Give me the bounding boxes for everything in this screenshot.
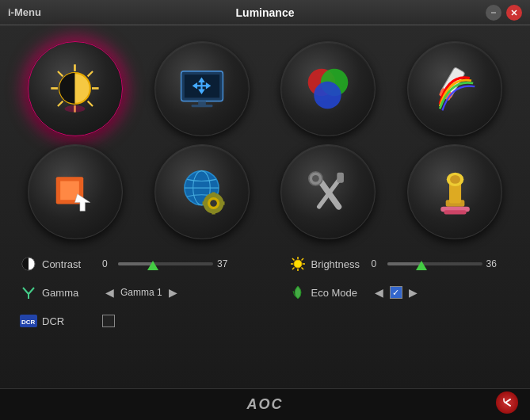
brightness-control: Brightness 0 36 [289,255,511,273]
gamma-value: Gamma 1 [120,287,162,298]
display-icon-btn[interactable] [154,41,250,136]
svg-point-55 [294,260,302,268]
svg-point-38 [210,200,217,207]
gamma-prev-button[interactable]: ◀ [102,284,117,300]
svg-rect-40 [212,210,215,214]
close-button[interactable] [506,5,522,21]
brightness-thumb [416,261,427,270]
dcr-control: DCR DCR [20,312,510,330]
eco-mode-nav: ◀ ✓ ▶ [372,284,421,300]
svg-text:DCR: DCR [21,319,36,326]
controls-row-3: DCR DCR [20,312,510,330]
brightness-label: Brightness [311,258,367,270]
extra-icon-btn[interactable] [407,144,502,239]
svg-line-11 [87,101,92,106]
contrast-value: 37 [217,258,229,269]
gamma-control: Gamma ◀ Gamma 1 ▶ [20,284,242,301]
svg-line-60 [292,258,295,261]
eco-mode-label: Eco Mode [311,287,367,299]
svg-line-62 [301,258,303,261]
svg-line-63 [292,268,295,270]
contrast-slider-container: 0 37 [102,258,229,269]
eco-mode-checkbox[interactable]: ✓ [390,286,402,299]
internet-icon-btn[interactable] [154,144,250,239]
brightness-value: 36 [486,258,498,269]
contrast-control: Contrast 0 37 [20,255,242,273]
svg-line-61 [301,268,303,270]
gamma-icon [20,284,37,301]
brightness-slider-container: 0 36 [372,258,498,269]
svg-line-10 [58,71,63,76]
icons-grid [16,41,514,239]
contrast-slider[interactable] [118,262,213,265]
svg-point-51 [450,175,460,184]
main-content: Contrast 0 37 [0,25,530,388]
color-icon-btn[interactable] [280,41,376,136]
luminance-icon-btn[interactable] [28,41,123,136]
dcr-label: DCR [42,315,97,327]
svg-line-13 [58,101,63,106]
eco-prev-button[interactable]: ◀ [372,284,387,300]
contrast-thumb [147,261,158,270]
controls-section: Contrast 0 37 [16,255,514,336]
svg-rect-41 [202,201,206,204]
aoc-logo: AOC [247,396,284,413]
contrast-min: 0 [102,258,114,269]
app-name: i-Menu [8,6,41,18]
footer: AOC [0,388,530,420]
svg-point-14 [64,105,85,113]
svg-point-45 [312,175,319,182]
dcr-icon: DCR [20,312,37,330]
svg-rect-42 [220,201,224,204]
dcr-checkbox[interactable] [102,315,115,327]
split-window-icon-btn[interactable] [28,144,123,239]
title-bar: i-Menu Luminance [0,0,530,25]
sharpness-icon-btn[interactable] [407,41,502,136]
svg-point-27 [315,82,341,109]
gamma-next-button[interactable]: ▶ [166,284,181,300]
gamma-label: Gamma [42,287,97,299]
svg-line-12 [87,71,92,76]
brightness-slider[interactable] [387,262,482,265]
window-controls [486,5,522,21]
eco-mode-icon [289,284,307,301]
window-title: Luminance [236,6,295,19]
svg-rect-39 [212,193,215,197]
back-button[interactable] [496,391,518,414]
controls-row-1: Contrast 0 37 [20,255,510,273]
brightness-icon [289,255,307,273]
tools-icon-btn[interactable] [280,144,376,239]
contrast-icon [20,255,37,273]
minimize-button[interactable] [486,5,501,21]
svg-rect-24 [191,105,212,107]
svg-rect-53 [444,210,467,214]
svg-rect-47 [337,173,345,183]
eco-mode-control: Eco Mode ◀ ✓ ▶ [289,284,511,301]
brightness-min: 0 [372,258,383,269]
controls-row-2: Gamma ◀ Gamma 1 ▶ Eco Mode ◀ [20,284,510,301]
eco-next-button[interactable]: ▶ [406,284,421,300]
gamma-nav: ◀ Gamma 1 ▶ [102,284,181,300]
contrast-label: Contrast [42,258,97,270]
